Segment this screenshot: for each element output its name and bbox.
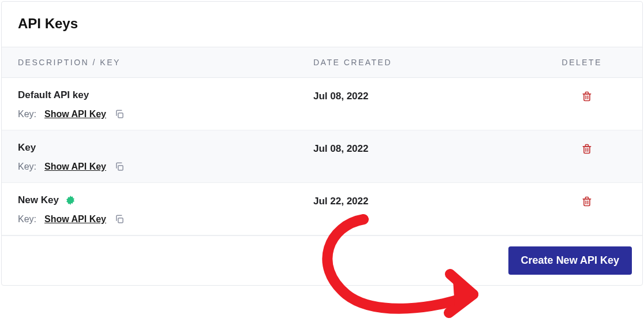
table-header: DESCRIPTION / KEY DATE CREATED DELETE [2, 47, 642, 78]
svg-rect-0 [118, 113, 123, 118]
delete-button[interactable] [581, 196, 593, 207]
table-row: Default API key Key: Show API Key Jul 08… [2, 78, 642, 130]
copy-icon[interactable] [114, 109, 125, 119]
create-new-api-key-button[interactable]: Create New API Key [508, 246, 632, 275]
delete-button[interactable] [581, 143, 593, 155]
copy-icon[interactable] [114, 214, 125, 225]
key-label: Key: [18, 162, 36, 172]
col-header-date: DATE CREATED [313, 58, 544, 67]
key-label: Key: [18, 214, 36, 225]
api-key-date: Jul 22, 2022 [313, 194, 544, 207]
show-api-key-link[interactable]: Show API Key [44, 214, 106, 225]
api-key-name: Key [18, 142, 36, 154]
svg-rect-3 [118, 166, 123, 170]
table-row: Key Key: Show API Key Jul 08, 2022 [2, 130, 642, 183]
key-label: Key: [18, 109, 36, 119]
table-row: New Key Key: Show API Key Jul 22, 2022 [2, 183, 642, 235]
api-key-name: New Key [18, 194, 59, 206]
api-key-date: Jul 08, 2022 [313, 142, 544, 155]
delete-button[interactable] [581, 91, 593, 102]
page-title: API Keys [18, 16, 626, 32]
col-header-delete: DELETE [544, 58, 626, 67]
api-key-name: Default API key [18, 89, 89, 101]
api-key-date: Jul 08, 2022 [313, 89, 544, 102]
col-header-description: DESCRIPTION / KEY [18, 58, 313, 67]
show-api-key-link[interactable]: Show API Key [44, 109, 106, 119]
svg-rect-6 [118, 218, 123, 223]
copy-icon[interactable] [114, 162, 125, 172]
new-badge-icon [65, 194, 76, 206]
show-api-key-link[interactable]: Show API Key [44, 162, 106, 172]
